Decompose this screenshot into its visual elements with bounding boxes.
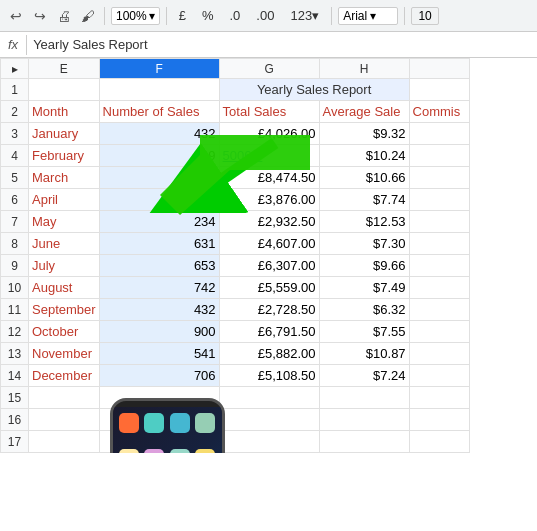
cell-r3-c0[interactable]: January (29, 123, 100, 145)
cell-r11-c1[interactable]: 432 (99, 299, 219, 321)
col-header-g[interactable]: G (219, 59, 319, 79)
cell-r12-c2[interactable]: £6,791.50 (219, 321, 319, 343)
cell-r4-c4[interactable] (409, 145, 469, 167)
fx-label: fx (0, 37, 26, 52)
cell-r3-c3[interactable]: $9.32 (319, 123, 409, 145)
cell-r11-c3[interactable]: $6.32 (319, 299, 409, 321)
cell-r9-c0[interactable]: July (29, 255, 100, 277)
cell-r11-c2[interactable]: £2,728.50 (219, 299, 319, 321)
cell-r13-c2[interactable]: £5,882.00 (219, 343, 319, 365)
cell-r7-c0[interactable]: May (29, 211, 100, 233)
cell-r7-c2[interactable]: £2,932.50 (219, 211, 319, 233)
cell-r14-c4[interactable] (409, 365, 469, 387)
decimal-two-btn[interactable]: .00 (250, 7, 280, 24)
col-header-e[interactable]: E (29, 59, 100, 79)
cell-r12-c4[interactable] (409, 321, 469, 343)
cell-r13-c4[interactable] (409, 343, 469, 365)
cell-r9-c3[interactable]: $9.66 (319, 255, 409, 277)
cell-r7-c3[interactable]: $12.53 (319, 211, 409, 233)
cell-r9-c4[interactable] (409, 255, 469, 277)
cell-r13-c3[interactable]: $10.87 (319, 343, 409, 365)
redo-icon[interactable]: ↪ (30, 6, 50, 26)
cell-r17-c3[interactable] (319, 431, 409, 453)
decimal-zero-btn[interactable]: .0 (224, 7, 247, 24)
cell-r5-c4[interactable] (409, 167, 469, 189)
number-format-btn[interactable]: 123▾ (284, 7, 325, 24)
cell-r2-c0[interactable]: Month (29, 101, 100, 123)
cell-r4-c1[interactable]: 489 (99, 145, 219, 167)
cell-r5-c0[interactable]: March (29, 167, 100, 189)
cell-r9-c1[interactable]: 653 (99, 255, 219, 277)
percent-btn[interactable]: % (196, 7, 220, 24)
cell-r15-c3[interactable] (319, 387, 409, 409)
cell-r5-c1[interactable]: 795 (99, 167, 219, 189)
cell-r5-c3[interactable]: $10.66 (319, 167, 409, 189)
cell-r12-c0[interactable]: October (29, 321, 100, 343)
cell-r13-c1[interactable]: 541 (99, 343, 219, 365)
cell-r10-c1[interactable]: 742 (99, 277, 219, 299)
cell-r14-c3[interactable]: $7.24 (319, 365, 409, 387)
cell-r7-c1[interactable]: 234 (99, 211, 219, 233)
cell-r6-c2[interactable]: £3,876.00 (219, 189, 319, 211)
cell-r1-c1[interactable] (99, 79, 219, 101)
cell-r4-c3[interactable]: $10.24 (319, 145, 409, 167)
cell-r14-c2[interactable]: £5,108.50 (219, 365, 319, 387)
zoom-select[interactable]: 100% ▾ (111, 7, 160, 25)
cell-r7-c4[interactable] (409, 211, 469, 233)
cell-r14-c0[interactable]: December (29, 365, 100, 387)
cell-r6-c1[interactable]: 501 (99, 189, 219, 211)
cell-r4-c2[interactable]: 5006.5 (219, 145, 319, 167)
cell-r6-c0[interactable]: April (29, 189, 100, 211)
font-size-input[interactable]: 10 (411, 7, 439, 25)
row-header-9: 9 (1, 255, 29, 277)
undo-icon[interactable]: ↩ (6, 6, 26, 26)
currency-btn[interactable]: £ (173, 7, 192, 24)
cell-r11-c4[interactable] (409, 299, 469, 321)
font-select[interactable]: Arial ▾ (338, 7, 398, 25)
cell-r10-c4[interactable] (409, 277, 469, 299)
cell-r14-c1[interactable]: 706 (99, 365, 219, 387)
format-paint-icon[interactable]: 🖌 (78, 6, 98, 26)
cell-r5-c2[interactable]: £8,474.50 (219, 167, 319, 189)
cell-r8-c1[interactable]: 631 (99, 233, 219, 255)
cell-r4-c0[interactable]: February (29, 145, 100, 167)
cell-r10-c3[interactable]: $7.49 (319, 277, 409, 299)
cell-r3-c2[interactable]: £4,026.00 (219, 123, 319, 145)
cell-r6-c3[interactable]: $7.74 (319, 189, 409, 211)
cell-r15-c2[interactable] (219, 387, 319, 409)
cell-r16-c3[interactable] (319, 409, 409, 431)
cell-r12-c3[interactable]: $7.55 (319, 321, 409, 343)
cell-r17-c2[interactable] (219, 431, 319, 453)
print-icon[interactable]: 🖨 (54, 6, 74, 26)
cell-r1-c2[interactable]: Yearly Sales Report (219, 79, 409, 101)
cell-r3-c4[interactable] (409, 123, 469, 145)
col-header-h[interactable]: H (319, 59, 409, 79)
cell-r12-c1[interactable]: 900 (99, 321, 219, 343)
cell-r17-c4[interactable] (409, 431, 469, 453)
col-header-f[interactable]: F (99, 59, 219, 79)
cell-r8-c3[interactable]: $7.30 (319, 233, 409, 255)
cell-r2-c2[interactable]: Total Sales (219, 101, 319, 123)
cell-r2-c4[interactable]: Commis (409, 101, 469, 123)
cell-r16-c2[interactable] (219, 409, 319, 431)
cell-r15-c0[interactable] (29, 387, 100, 409)
cell-r1-c4[interactable] (409, 79, 469, 101)
cell-r8-c4[interactable] (409, 233, 469, 255)
cell-r17-c0[interactable] (29, 431, 100, 453)
cell-r2-c3[interactable]: Average Sale (319, 101, 409, 123)
cell-r15-c4[interactable] (409, 387, 469, 409)
cell-r6-c4[interactable] (409, 189, 469, 211)
cell-r2-c1[interactable]: Number of Sales (99, 101, 219, 123)
cell-r1-c0[interactable] (29, 79, 100, 101)
col-header-i[interactable] (409, 59, 469, 79)
cell-r10-c2[interactable]: £5,559.00 (219, 277, 319, 299)
cell-r16-c0[interactable] (29, 409, 100, 431)
cell-r9-c2[interactable]: £6,307.00 (219, 255, 319, 277)
cell-r10-c0[interactable]: August (29, 277, 100, 299)
cell-r16-c4[interactable] (409, 409, 469, 431)
cell-r8-c2[interactable]: £4,607.00 (219, 233, 319, 255)
cell-r13-c0[interactable]: November (29, 343, 100, 365)
cell-r11-c0[interactable]: September (29, 299, 100, 321)
cell-r3-c1[interactable]: 432 (99, 123, 219, 145)
cell-r8-c0[interactable]: June (29, 233, 100, 255)
